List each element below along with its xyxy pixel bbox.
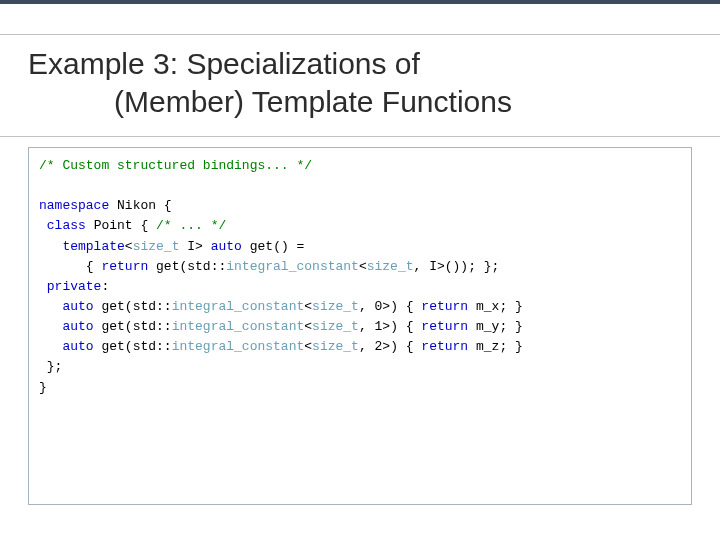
code-block: /* Custom structured bindings... */ name… — [28, 147, 692, 505]
slide-accent-bar — [0, 0, 720, 4]
slide-title: Example 3: Specializations of (Member) T… — [28, 45, 692, 120]
title-line-2: (Member) Template Functions — [28, 83, 692, 121]
slide-divider-under-title — [0, 136, 720, 137]
title-line-1: Example 3: Specializations of — [28, 47, 420, 80]
code-comment: /* Custom structured bindings... */ — [39, 158, 312, 173]
